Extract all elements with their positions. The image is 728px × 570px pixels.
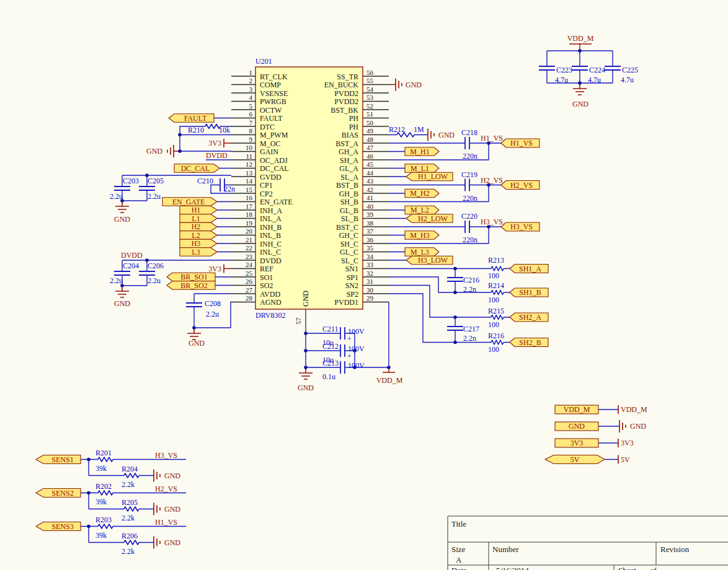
port-sens2[interactable]: SENS2 xyxy=(36,489,81,498)
port-sh2-a[interactable]: SH2_A xyxy=(510,313,548,322)
net-label-h1-vs[interactable]: H1_VS xyxy=(155,518,177,527)
gnd-label[interactable]: GND xyxy=(146,147,162,156)
resistor-r213[interactable]: R213 100 xyxy=(488,256,504,280)
port-h1-low[interactable]: H1_LOW xyxy=(406,172,453,181)
chip-u201[interactable]: U201 DRV8302 GND 57 1RT_CLK2COMP3VSENSE4… xyxy=(231,57,389,333)
port-sh2-b[interactable]: SH2_B xyxy=(510,338,548,347)
port-vdd-m[interactable]: VDD_M xyxy=(555,405,598,414)
port-m-l1[interactable]: M_L1 xyxy=(405,164,439,173)
gnd-label[interactable]: GND xyxy=(189,339,205,348)
resistor-r204[interactable]: R204 2.2k xyxy=(122,465,139,489)
gnd-label[interactable]: GND xyxy=(164,538,180,547)
chip-part-number[interactable]: DRV8302 xyxy=(255,311,285,320)
chip-designator[interactable]: U201 xyxy=(255,57,272,66)
gnd-icon[interactable] xyxy=(115,286,129,297)
resistor-r215[interactable]: R215 100 xyxy=(488,307,504,329)
port-h1-vs[interactable]: H1_VS xyxy=(501,139,539,147)
resistor-r201[interactable]: R201 39k xyxy=(95,449,113,473)
gnd-label[interactable]: GND xyxy=(164,505,180,514)
resistor-r210[interactable]: R210 10k xyxy=(188,125,230,135)
port-m-h1[interactable]: M_H1 xyxy=(405,147,439,156)
power-label-3v3[interactable]: 3V3 xyxy=(621,439,634,447)
port-h2[interactable]: H2 xyxy=(180,222,217,231)
net-label-h2-vs[interactable]: H2_VS xyxy=(481,176,503,185)
power-label-vdd-m[interactable]: VDD_M xyxy=(376,376,403,385)
gnd-icon[interactable] xyxy=(115,201,129,213)
port-h3-vs[interactable]: H3_VS xyxy=(501,222,539,231)
power-label-5v[interactable]: 5V xyxy=(621,455,630,464)
resistor-r203[interactable]: R203 39k xyxy=(95,515,113,540)
gnd-icon[interactable] xyxy=(154,503,160,515)
capacitor-c213[interactable]: C213 0.1u 100V xyxy=(322,359,365,381)
gnd-icon[interactable] xyxy=(299,367,313,379)
capacitor-c208[interactable]: C208 2.2u xyxy=(186,299,221,318)
port-m-l3[interactable]: M_L3 xyxy=(405,248,439,256)
port-sens1[interactable]: SENS1 xyxy=(36,455,81,464)
port-l3[interactable]: L3 xyxy=(180,248,217,256)
gnd-label[interactable]: GND xyxy=(438,131,455,139)
capacitor-c219[interactable]: C219 220n xyxy=(461,170,477,203)
gnd-label[interactable]: GND xyxy=(406,81,422,89)
resistor-r206[interactable]: R206 2.2k xyxy=(122,532,139,556)
capacitor-c225[interactable]: C225 4.7u xyxy=(605,66,638,84)
port-h3-low[interactable]: H3_LOW xyxy=(406,256,453,265)
gnd-icon[interactable] xyxy=(187,328,201,340)
power-label-3v3[interactable]: 3V3 xyxy=(208,265,221,273)
capacitor-c217[interactable]: C217 2.2n xyxy=(447,325,479,343)
capacitor-c218[interactable]: C218 220n xyxy=(461,128,477,160)
port-br-so1[interactable]: BR_SO1 xyxy=(167,273,215,281)
net-label-h3-vs[interactable]: H3_VS xyxy=(481,217,503,226)
capacitor-c205[interactable]: C205 2.2u xyxy=(139,177,164,201)
gnd-icon[interactable] xyxy=(154,537,160,549)
net-label-dvdd[interactable]: DVDD xyxy=(206,151,228,160)
gnd-label[interactable]: GND xyxy=(298,384,314,392)
power-label-vdd-m[interactable]: VDD_M xyxy=(621,405,647,414)
port-l1[interactable]: L1 xyxy=(180,214,217,223)
capacitor-c220[interactable]: C220 220n xyxy=(461,212,477,244)
net-label-h2-vs[interactable]: H2_VS xyxy=(155,484,177,493)
port-fault[interactable]: FAULT xyxy=(169,114,214,123)
port-m-h3[interactable]: M_H3 xyxy=(405,231,439,240)
power-label-3v3[interactable]: 3V3 xyxy=(208,139,221,147)
gnd-label[interactable]: GND xyxy=(164,471,180,480)
capacitor-c216[interactable]: C216 2.2n xyxy=(447,276,479,294)
port-5v[interactable]: 5V xyxy=(545,455,605,464)
gnd-icon[interactable] xyxy=(573,83,587,95)
capacitor-c206[interactable]: C206 2.2u xyxy=(139,261,164,285)
capacitor-c223[interactable]: C223 4.7u xyxy=(539,66,572,84)
port-dc-cal[interactable]: DC_CAL xyxy=(174,164,220,173)
gnd-icon[interactable] xyxy=(619,420,626,432)
port-3v3[interactable]: 3V3 xyxy=(555,439,598,447)
net-label-h1-vs[interactable]: H1_VS xyxy=(481,134,503,142)
port-en-gate[interactable]: EN_GATE xyxy=(162,198,217,206)
port-gnd[interactable]: GND xyxy=(555,422,598,431)
port-sh1-b[interactable]: SH1_B xyxy=(510,288,548,297)
gnd-label[interactable]: GND xyxy=(572,100,588,108)
capacitor-c203[interactable]: C203 2.2u xyxy=(110,177,139,201)
capacitor-c224[interactable]: C224 4.7u xyxy=(572,66,605,84)
port-br-so2[interactable]: BR_SO2 xyxy=(167,281,215,290)
resistor-r205[interactable]: R205 2.2k xyxy=(122,498,139,522)
net-label-dvdd[interactable]: DVDD xyxy=(121,251,143,260)
gnd-label[interactable]: GND xyxy=(630,422,646,431)
resistor-r202[interactable]: R202 39k xyxy=(95,482,113,507)
capacitor-c204[interactable]: C204 2.2u xyxy=(110,261,139,285)
gnd-icon[interactable] xyxy=(396,79,402,91)
gnd-label[interactable]: GND xyxy=(114,215,130,224)
port-h2-low[interactable]: H2_LOW xyxy=(406,214,453,223)
port-m-h2[interactable]: M_H2 xyxy=(405,189,439,198)
port-h2-vs[interactable]: H2_VS xyxy=(501,181,539,190)
port-h1[interactable]: H1 xyxy=(180,206,217,214)
gnd-label[interactable]: GND xyxy=(114,299,130,308)
net-label-h3-vs[interactable]: H3_VS xyxy=(155,451,177,460)
port-h3[interactable]: H3 xyxy=(180,239,217,248)
port-sh1-a[interactable]: SH1_A xyxy=(510,265,548,273)
port-m-l2[interactable]: M_L2 xyxy=(405,206,439,214)
port-sens3[interactable]: SENS3 xyxy=(36,522,81,531)
gnd-icon[interactable] xyxy=(167,145,174,157)
gnd-icon[interactable] xyxy=(428,129,434,141)
power-label-vdd-m[interactable]: VDD_M xyxy=(567,34,594,43)
port-l2[interactable]: L2 xyxy=(180,231,217,240)
gnd-icon[interactable] xyxy=(154,470,160,482)
schematic-canvas[interactable]: U201 DRV8302 GND 57 1RT_CLK2COMP3VSENSE4… xyxy=(0,0,728,570)
